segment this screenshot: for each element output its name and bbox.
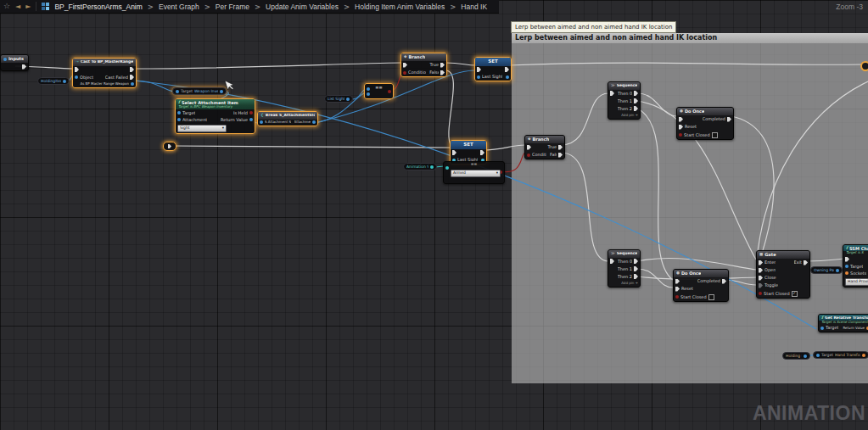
exec-pin[interactable]: [403, 63, 407, 68]
node-break-s-attachmentslot[interactable]: ❮Break S_AttachmentSlot S Attachment Slo…: [257, 111, 318, 126]
attachment-dropdown[interactable]: Sight▾: [177, 125, 227, 132]
bool-pin[interactable]: [675, 295, 679, 299]
variable-pill-weapon-inventory[interactable]: Target Weapon Inventory: [172, 87, 227, 95]
node-get-relative-transform[interactable]: fGet Relative Transform Target is Scene …: [818, 314, 868, 332]
bool-pin[interactable]: [403, 71, 406, 75]
data-pin[interactable]: [445, 166, 449, 170]
data-pin[interactable]: [506, 75, 509, 79]
exec-pin[interactable]: [804, 260, 808, 265]
exec-pin[interactable]: [558, 145, 563, 150]
data-pin[interactable]: [820, 327, 824, 330]
node-equals[interactable]: ==: [364, 83, 394, 99]
breadcrumb-item[interactable]: Update Anim Variables: [266, 3, 339, 11]
data-pin[interactable]: [63, 80, 66, 83]
node-equals-enum[interactable]: == Armed▾: [443, 161, 505, 184]
exec-pin[interactable]: [675, 287, 680, 292]
exec-pin[interactable]: [452, 150, 456, 155]
data-pin[interactable]: [260, 120, 263, 124]
variable-pill-list-sight[interactable]: List Sight: [324, 95, 353, 103]
bool-pin[interactable]: [759, 292, 762, 295]
node-branch[interactable]: ◆Branch True Condition False: [524, 135, 565, 159]
data-pin[interactable]: [477, 75, 480, 79]
bool-pin[interactable]: [388, 90, 391, 93]
exec-pin[interactable]: [759, 276, 763, 281]
reroute-node[interactable]: [860, 61, 868, 71]
exec-pin[interactable]: [845, 257, 849, 262]
exec-pin[interactable]: [759, 283, 763, 288]
breadcrumb-item[interactable]: Event Graph: [159, 3, 199, 11]
breadcrumb-item[interactable]: Hand IK: [461, 3, 487, 11]
nav-forward-icon[interactable]: ►: [25, 3, 31, 10]
breadcrumb-item[interactable]: BP_FirstPersonArms_Anim: [54, 3, 142, 11]
node-sequence[interactable]: ≫Sequence Then 0 Then 1 Then 2 Add pin +: [608, 81, 641, 120]
variable-pill-holding-item[interactable]: HoldingItem: [37, 77, 70, 85]
node-cast-to-bp-masterrangeweapon[interactable]: →Cast To BP_MasterRangeWeapon Object Cas…: [72, 58, 137, 88]
breadcrumb-item[interactable]: Per Frame: [216, 3, 249, 11]
start-closed-checkbox[interactable]: ✓: [792, 291, 798, 297]
exec-pin[interactable]: [634, 259, 638, 264]
exec-pin[interactable]: [440, 70, 445, 75]
exec-pin[interactable]: [634, 91, 638, 96]
start-closed-checkbox[interactable]: [708, 294, 714, 300]
exec-pin[interactable]: [130, 75, 134, 80]
data-pin[interactable]: [804, 355, 807, 358]
bool-pin[interactable]: [679, 133, 682, 137]
variable-pill-animation-state[interactable]: Animation State: [403, 163, 437, 170]
variable-pill-owning-pawn[interactable]: Owning Pawn: [810, 266, 843, 274]
exec-pin[interactable]: [610, 259, 614, 264]
data-pin[interactable]: [862, 354, 865, 357]
exec-pin[interactable]: [679, 117, 683, 122]
bool-pin[interactable]: [249, 111, 253, 114]
data-pin[interactable]: [367, 92, 370, 96]
exec-pin[interactable]: [727, 117, 731, 122]
exec-pin[interactable]: [610, 91, 614, 96]
sockets-dropdown[interactable]: Hand Provide M▾: [845, 278, 868, 286]
nav-back-icon[interactable]: ◄: [15, 3, 20, 10]
exec-pin[interactable]: [679, 125, 683, 130]
exec-pin[interactable]: [440, 63, 445, 68]
enum-dropdown[interactable]: Armed▾: [451, 170, 501, 177]
data-pin[interactable]: [346, 98, 350, 101]
data-pin[interactable]: [75, 75, 78, 79]
data-pin[interactable]: [131, 82, 134, 86]
bookmark-star-icon[interactable]: ☆: [3, 0, 10, 13]
breadcrumb-item[interactable]: Holding Item Anim Variables: [355, 3, 445, 11]
exec-pin[interactable]: [759, 268, 763, 273]
exec-pin[interactable]: [527, 145, 531, 150]
data-pin[interactable]: [845, 265, 848, 268]
node-sequence[interactable]: ≫Sequence Then 0 Then 1 Then 2 Add pin +: [608, 249, 641, 288]
data-pin[interactable]: [249, 118, 253, 121]
node-do-once[interactable]: ●Do Once Completed Reset Start Closed: [673, 269, 729, 302]
node-inputs[interactable]: Inputs: [0, 54, 29, 71]
data-pin[interactable]: [176, 90, 179, 93]
exec-pin[interactable]: [130, 67, 134, 72]
add-pin-button[interactable]: Add pin +: [621, 282, 638, 285]
exec-pin[interactable]: [480, 150, 484, 155]
bool-pin[interactable]: [527, 154, 530, 157]
add-pin-button[interactable]: Add pin +: [621, 114, 638, 117]
exec-pin[interactable]: [477, 67, 481, 72]
node-branch[interactable]: ◆Branch True Condition False: [400, 53, 447, 77]
start-closed-checkbox[interactable]: [712, 132, 718, 138]
exec-pin[interactable]: [634, 98, 638, 103]
data-pin[interactable]: [367, 87, 370, 91]
exec-pin[interactable]: [75, 67, 79, 72]
exec-pin[interactable]: [558, 153, 563, 158]
node-select-attachment-item[interactable]: fSelect Attachment Item Target is BPC We…: [175, 98, 255, 134]
exec-pin[interactable]: [722, 279, 726, 284]
exec-pin[interactable]: [634, 274, 638, 279]
data-pin[interactable]: [836, 269, 839, 272]
exec-pin[interactable]: [634, 266, 638, 271]
exec-pin[interactable]: [675, 279, 680, 284]
data-pin[interactable]: [845, 271, 848, 275]
node-set-last-sight[interactable]: SET Last Sight: [474, 57, 512, 81]
variable-pill-hand-transform[interactable]: Target Hand Transform: [813, 351, 868, 359]
variable-pill-holding-item[interactable]: Holding Item: [782, 352, 810, 360]
data-pin[interactable]: [816, 354, 820, 357]
exec-pin[interactable]: [22, 64, 26, 70]
data-pin[interactable]: [220, 90, 223, 93]
reroute-node[interactable]: [163, 142, 176, 151]
data-pin[interactable]: [312, 120, 316, 124]
exec-pin[interactable]: [505, 67, 509, 72]
node-do-once[interactable]: ●Do Once Completed Reset Start Closed: [676, 107, 734, 140]
